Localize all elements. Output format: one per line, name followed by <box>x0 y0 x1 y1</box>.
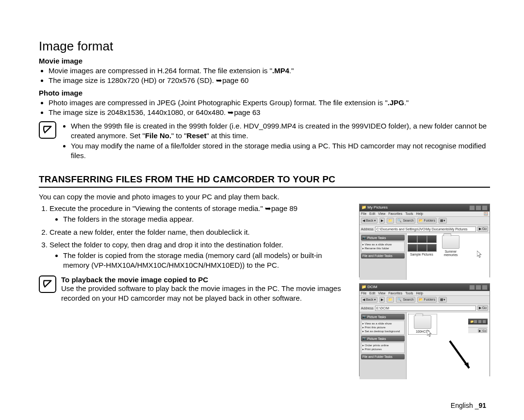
search-button[interactable]: 🔍 Search <box>396 297 415 303</box>
list-item: Select the folder to copy, then drag and… <box>49 240 349 271</box>
drag-arrow-icon <box>446 339 475 373</box>
close-button[interactable] <box>482 205 488 210</box>
photo-image-list: Photo images are compressed in JPEG (Joi… <box>39 98 490 118</box>
back-button[interactable]: ◀ Back ▾ <box>361 297 377 303</box>
forward-button[interactable]: ▶ <box>379 297 385 303</box>
list-item: The image size is 2048x1536, 1440x1080, … <box>49 108 490 117</box>
minimize-button[interactable] <box>469 205 475 210</box>
folder-summer-memories[interactable]: Summer memories <box>438 235 464 257</box>
list-item: Execute the procedure in "Viewing the co… <box>49 204 349 225</box>
task-link[interactable]: ▸ View as a slide show <box>362 322 403 326</box>
address-input[interactable]: C:\Documents and Settings\JVO\My Documen… <box>375 226 476 232</box>
cursor-icon <box>427 330 433 338</box>
addressbar[interactable]: Address C:\Documents and Settings\JVO\My… <box>360 225 490 233</box>
task-link[interactable]: ▸ Rename this folder <box>362 247 403 251</box>
folder-icon <box>442 235 459 249</box>
close-button[interactable] <box>482 285 488 290</box>
task-link[interactable]: ▸ View as a slide show <box>362 243 403 247</box>
toolbar[interactable]: ◀ Back ▾ ▶ 📁 🔍 Search 📂 Folders ▦▾ <box>360 216 490 225</box>
list-item: Create a new folder, enter the folder na… <box>49 227 349 237</box>
note-list: When the 999th file is created in the 99… <box>61 121 490 161</box>
addressbar[interactable]: Address E:\DCIM ▶ Go <box>360 304 490 312</box>
playback-text: Use the provided software to play back t… <box>61 284 349 304</box>
transfer-heading: TRANSFERRING FILES FROM THE HD CAMCORDER… <box>39 174 490 188</box>
forward-button[interactable]: ▶ <box>379 218 385 224</box>
go-button[interactable]: ▶ Go <box>477 226 488 232</box>
search-button[interactable]: 🔍 Search <box>396 218 415 224</box>
up-button[interactable]: 📁 <box>387 218 394 224</box>
back-button[interactable]: ◀ Back ▾ <box>361 218 377 224</box>
list-item: The folder is copied from the storage me… <box>63 251 349 271</box>
section-title: Image format <box>39 39 490 54</box>
go-button-overlay[interactable]: ▶ Go <box>478 328 487 333</box>
menubar[interactable]: FileEditViewFavoritesToolsHelp 🪟 <box>360 211 490 216</box>
page-footer: English _91 <box>451 402 486 409</box>
maximize-button[interactable] <box>475 285 481 290</box>
intro-text: You can copy the movie and photo images … <box>39 193 490 201</box>
task-link[interactable]: ▸ Set as desktop background <box>362 330 403 334</box>
task-link[interactable]: ▸ Order prints online <box>362 344 403 348</box>
task-link[interactable]: ▸ Print pictures <box>362 348 403 352</box>
picture-tasks-panel[interactable]: 📷 Picture Tasks <box>361 314 405 320</box>
screenshot-dcim: 📁 DCIM FileEditViewFavoritesToolsHelp ◀ … <box>359 283 490 376</box>
side-panel: 📷 Picture Tasks ▸ View as a slide show ▸… <box>360 312 407 379</box>
views-button[interactable]: ▦▾ <box>439 297 447 303</box>
folders-button[interactable]: 📂 Folders <box>417 297 437 303</box>
list-item: The image size is 1280x720 (HD) or 720x5… <box>49 76 490 85</box>
go-button[interactable]: ▶ Go <box>477 305 488 311</box>
list-item: You may modify the name of a file/folder… <box>71 141 490 161</box>
minimize-button[interactable] <box>469 285 475 290</box>
file-tasks-panel[interactable]: File and Folder Tasks <box>361 253 405 258</box>
list-item: Photo images are compressed in JPEG (Joi… <box>49 98 490 108</box>
side-panel: 📷 Picture Tasks ▸ View as a slide show ▸… <box>360 233 407 280</box>
picture-tasks-panel[interactable]: 📷 Picture Tasks <box>361 235 405 241</box>
menubar[interactable]: FileEditViewFavoritesToolsHelp <box>360 291 490 295</box>
cursor-icon <box>477 251 483 258</box>
content-area[interactable]: Sample Pictures Summer memories <box>407 233 490 280</box>
note-icon <box>39 121 56 139</box>
folder-icon <box>414 315 431 329</box>
photo-image-heading: Photo image <box>39 89 490 97</box>
steps-list: Execute the procedure in "Viewing the co… <box>39 204 349 271</box>
toolbar[interactable]: ◀ Back ▾ ▶ 📁 🔍 Search 📂 Folders ▦▾ <box>360 295 490 304</box>
maximize-button[interactable] <box>475 205 481 210</box>
list-item: Movie images are compressed in H.264 for… <box>49 66 490 76</box>
titlebar: 📁 My Pictures <box>360 204 490 211</box>
up-button[interactable]: 📁 <box>387 297 394 303</box>
file-tasks-panel[interactable]: File and Folder Tasks <box>361 354 405 359</box>
screenshot-my-pictures: 📁 My Pictures FileEditViewFavoritesTools… <box>359 204 490 277</box>
titlebar: 📁 DCIM <box>360 284 490 291</box>
folders-button[interactable]: 📂 Folders <box>417 218 437 224</box>
picture-tasks-panel-2[interactable]: 📷 Picture Tasks <box>361 336 405 341</box>
movie-image-heading: Movie image <box>39 57 490 65</box>
address-input[interactable]: E:\DCIM <box>375 306 476 311</box>
list-item: The folders in the storage media appear. <box>63 214 349 224</box>
playback-heading: To playback the movie image copied to PC <box>61 275 349 284</box>
folder-sample-pictures[interactable]: Sample Pictures <box>409 235 435 256</box>
list-item: When the 999th file is created in the 99… <box>71 121 490 141</box>
note-icon <box>39 275 56 293</box>
task-link[interactable]: ▸ Print this picture <box>362 326 403 330</box>
movie-image-list: Movie images are compressed in H.264 for… <box>39 66 490 86</box>
views-button[interactable]: ▦▾ <box>439 218 447 224</box>
